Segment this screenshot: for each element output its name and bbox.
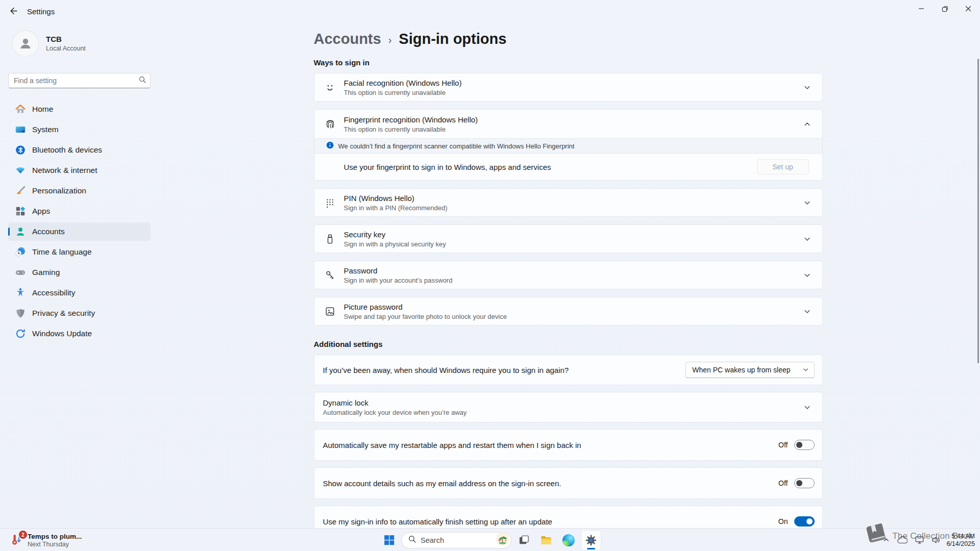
sidebar-item-accounts[interactable]: Accounts [8, 222, 151, 241]
sidebar-item-privacy-security[interactable]: Privacy & security [8, 304, 151, 322]
minimize-icon [918, 6, 924, 12]
time-language-icon [14, 246, 27, 258]
bluetooth-icon [14, 144, 27, 156]
notification-badge: 2 [19, 531, 27, 539]
clock[interactable]: 5:44 AM 6/14/2025 [946, 533, 975, 548]
accounts-icon [14, 226, 27, 238]
task-view-icon [518, 534, 530, 546]
windows-logo-icon [383, 534, 395, 546]
sidebar-item-bluetooth-devices[interactable]: Bluetooth & devices [8, 141, 151, 159]
sidebar-item-accessibility[interactable]: Accessibility [8, 284, 151, 302]
person-icon [18, 36, 33, 51]
restore-icon [942, 6, 948, 12]
taskbar-center: Search [379, 529, 601, 551]
sidebar-item-personalization[interactable]: Personalization [8, 182, 151, 200]
hidden-icons-button[interactable] [881, 535, 891, 545]
card-show-account-details: Show account details such as my email ad… [314, 467, 823, 499]
card-restartable-apps: Automatically save my restartable apps a… [314, 429, 823, 461]
sidebar-item-windows-update[interactable]: Windows Update [8, 324, 151, 343]
accessibility-icon [14, 287, 27, 299]
breadcrumb-separator: › [388, 33, 392, 46]
widgets-button[interactable]: 2 Temps to plum... Next Thursday [5, 529, 86, 551]
key-icon [324, 268, 337, 282]
scrollbar[interactable] [977, 59, 979, 363]
breadcrumb-accounts[interactable]: Accounts [314, 31, 381, 47]
personalization-icon [14, 185, 27, 197]
chevron-down-icon [804, 235, 811, 242]
restore-button[interactable] [933, 0, 957, 17]
sidebar-nav: Home System Bluetooth & devices Network … [8, 100, 151, 343]
chevron-down-icon [803, 366, 808, 374]
settings-window: Settings TCB Local Account [0, 0, 980, 551]
card-dynamic-lock[interactable]: Dynamic lock Automatically lock your dev… [314, 392, 823, 422]
chevron-down-icon [804, 199, 811, 206]
fingerprint-info-message: We couldn’t find a fingerprint scanner c… [338, 142, 575, 150]
account-details-label: Show account details such as my email ad… [323, 479, 779, 488]
sign-in-again-dropdown[interactable]: When PC wakes up from sleep [685, 362, 814, 378]
restartable-apps-toggle[interactable] [794, 440, 815, 450]
task-view-button[interactable] [513, 530, 534, 550]
home-icon [14, 103, 27, 115]
system-tray: 5:44 AM 6/14/2025 [881, 529, 980, 551]
sidebar-item-network-internet[interactable]: Network & internet [8, 161, 151, 180]
search-input[interactable] [14, 77, 139, 85]
ways-to-sign-in-cards: Facial recognition (Windows Hello) This … [314, 73, 823, 325]
fingerprint-expander-header[interactable]: Fingerprint recognition (Windows Hello) … [314, 110, 822, 138]
search-highlight-image [496, 532, 509, 548]
taskbar-search[interactable]: Search [401, 532, 511, 548]
close-button[interactable] [957, 0, 980, 17]
main-content: Accounts › Sign-in options Ways to sign … [156, 23, 980, 528]
pin-pad-icon [324, 196, 337, 209]
set-up-button[interactable]: Set up [757, 159, 809, 174]
card-facial-recognition[interactable]: Facial recognition (Windows Hello) This … [314, 73, 823, 102]
taskbar: 2 Temps to plum... Next Thursday Search [0, 528, 980, 551]
shield-icon [14, 307, 27, 319]
card-security-key[interactable]: Security key Sign in with a physical sec… [314, 224, 823, 253]
chevron-up-icon [883, 537, 890, 543]
card-picture-password[interactable]: Picture password Swipe and tap your favo… [314, 297, 823, 325]
info-icon [326, 141, 334, 151]
gaming-icon [14, 266, 27, 279]
gear-icon [585, 534, 597, 546]
windows-update-icon [14, 328, 27, 340]
fingerprint-info-bar: We couldn’t find a fingerprint scanner c… [314, 138, 822, 154]
file-explorer-button[interactable] [536, 530, 556, 550]
edge-icon [562, 534, 575, 546]
account-profile[interactable]: TCB Local Account [12, 30, 156, 57]
chevron-down-icon [804, 308, 811, 315]
chevron-down-icon [804, 271, 811, 279]
sidebar-item-apps[interactable]: Apps [8, 202, 151, 220]
network-display-icon [915, 536, 924, 544]
widget-headline: Temps to plum... [28, 533, 82, 540]
app-title: Settings [27, 7, 55, 16]
network-tray-button[interactable] [914, 535, 925, 545]
edge-browser-button[interactable] [558, 530, 579, 550]
finish-setup-toggle[interactable] [794, 516, 815, 527]
apps-icon [14, 205, 27, 217]
section-title-additional-settings: Additional settings [314, 340, 823, 348]
face-icon [324, 81, 337, 94]
section-title-ways-to-sign-in: Ways to sign in [314, 58, 823, 67]
cloud-icon [897, 536, 908, 544]
back-button[interactable] [4, 3, 22, 20]
sidebar-item-home[interactable]: Home [8, 100, 151, 118]
volume-tray-button[interactable] [930, 535, 942, 545]
card-pin[interactable]: PIN (Windows Hello) Sign in with a PIN (… [314, 188, 823, 217]
system-icon [14, 123, 27, 136]
tray-time: 5:44 AM [946, 533, 975, 540]
settings-search[interactable] [8, 73, 151, 88]
start-button[interactable] [379, 530, 399, 550]
sidebar-item-time-language[interactable]: Time & language [8, 243, 151, 261]
settings-taskbar-button[interactable] [581, 530, 601, 550]
fingerprint-setup-row: Use your fingerprint to sign in to Windo… [314, 154, 822, 180]
onedrive-tray-button[interactable] [896, 535, 909, 545]
minimize-button[interactable] [910, 0, 933, 17]
card-sign-in-again: If you’ve been away, when should Windows… [314, 355, 823, 385]
card-finish-setup: Use my sign-in info to automatically fin… [314, 506, 823, 528]
chevron-down-icon [804, 404, 811, 411]
account-details-toggle[interactable] [794, 478, 815, 488]
sidebar-item-system[interactable]: System [8, 120, 151, 139]
card-password[interactable]: Password Sign in with your account’s pas… [314, 261, 823, 289]
close-icon [965, 6, 971, 12]
sidebar-item-gaming[interactable]: Gaming [8, 263, 151, 282]
